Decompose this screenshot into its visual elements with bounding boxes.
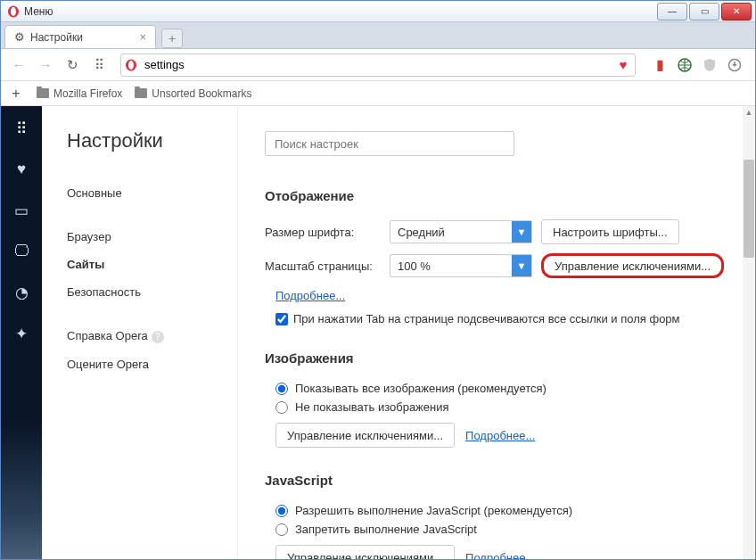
manage-exceptions-zoom-button[interactable]: Управление исключениями... [541,253,724,278]
svg-point-3 [128,61,134,70]
opera-o-icon [121,59,141,71]
customize-fonts-button[interactable]: Настроить шрифты... [541,219,679,244]
learn-more-link[interactable]: Подробнее... [275,289,345,302]
tab-title: Настройки [30,31,83,44]
page-title: Настройки [67,129,237,152]
folder-icon [135,88,147,98]
rail-speed-dial-icon[interactable]: ⠿ [12,119,31,138]
tab-close-icon[interactable]: × [139,30,146,44]
tab-settings[interactable]: ⚙ Настройки × [4,25,156,48]
section-javascript: JavaScript Разрешить выполнение JavaScri… [265,473,728,560]
bookmark-folder-unsorted[interactable]: Unsorted Bookmarks [135,87,251,100]
nav-browser[interactable]: Браузер [67,223,237,251]
nav-sites[interactable]: Сайты [67,251,237,278]
images-hide-radio[interactable] [275,401,288,414]
opera-logo-icon[interactable] [6,4,21,19]
radio-label: Не показывать изображения [295,400,449,414]
reload-button[interactable]: ↻ [62,54,83,76]
radio-label: Запретить выполнение JavaScript [295,523,477,536]
nav-basic[interactable]: Основные [67,179,237,207]
tab-highlight-label: При нажатии Tab на странице подсвечивают… [293,312,680,325]
manage-exceptions-images-button[interactable]: Управление исключениями... [275,423,455,448]
settings-content: Отображение Размер шрифта: Средний ▼ Нас… [238,106,755,560]
bookmark-label: Mozilla Firefox [53,87,122,100]
folder-icon [37,88,49,98]
radio-label: Показывать все изображения (рекомендуетс… [295,382,546,395]
font-size-select[interactable]: Средний ▼ [390,220,532,243]
section-heading: Изображения [265,350,728,366]
zoom-select[interactable]: 100 % ▼ [390,254,532,277]
window-controls: — ▭ ✕ [657,3,755,21]
gear-icon: ⚙ [14,30,25,44]
radio-label: Разрешить выполнение JavaScript (рекомен… [295,504,572,517]
speed-dial-icon[interactable]: ⠿ [88,54,110,76]
download-icon[interactable] [727,57,743,73]
new-tab-button[interactable]: + [161,29,183,48]
rail-history-icon[interactable]: ◔ [12,283,31,302]
section-images: Изображения Показывать все изображения (… [265,350,728,448]
chevron-down-icon: ▼ [512,255,531,276]
shield-icon[interactable] [702,57,718,73]
section-heading: Отображение [265,188,728,203]
back-button[interactable]: ← [8,54,29,76]
bookmark-icon[interactable]: ▮ [652,57,668,73]
chevron-down-icon: ▼ [512,221,531,243]
nav-help[interactable]: Справка Opera? [67,322,237,350]
learn-more-link[interactable]: Подробнее... [465,551,535,561]
section-heading: JavaScript [265,473,728,488]
bookmark-label: Unsorted Bookmarks [152,87,251,100]
svg-point-1 [11,7,16,16]
scroll-up-icon[interactable]: ▲ [744,106,754,119]
add-bookmark-button[interactable]: + [8,86,24,102]
manage-exceptions-js-button[interactable]: Управление исключениями... [275,545,455,560]
tab-highlight-checkbox[interactable] [275,313,288,325]
close-button[interactable]: ✕ [721,3,752,21]
main-area: ⠿ ♥ ▭ 🖵 ◔ ✦ Настройки Основные Браузер С… [1,106,755,560]
maximize-button[interactable]: ▭ [689,3,719,21]
address-input[interactable] [141,58,612,71]
bookmarks-bar: + Mozilla Firefox Unsorted Bookmarks [1,81,755,106]
zoom-label: Масштаб страницы: [265,259,390,273]
js-block-radio[interactable] [275,523,288,536]
icon-rail: ⠿ ♥ ▭ 🖵 ◔ ✦ [1,106,42,560]
learn-more-link[interactable]: Подробнее... [465,429,535,442]
scrollbar-thumb[interactable] [744,160,754,258]
help-icon: ? [152,331,164,343]
menu-label[interactable]: Меню [24,5,53,18]
minimize-button[interactable]: — [657,3,687,21]
bookmark-folder-firefox[interactable]: Mozilla Firefox [37,87,122,100]
rail-extensions-icon[interactable]: ✦ [12,324,31,343]
forward-button[interactable]: → [35,54,56,76]
search-settings-input[interactable] [265,131,514,156]
rail-devices-icon[interactable]: 🖵 [12,242,31,261]
scrollbar[interactable]: ▲ [743,106,755,560]
nav-security[interactable]: Безопасность [67,278,237,306]
images-show-radio[interactable] [275,383,288,395]
nav-rate[interactable]: Оцените Opera [67,350,237,378]
toolbar: ← → ↻ ⠿ ♥ ▮ [1,49,755,81]
font-size-label: Размер шрифта: [265,226,390,239]
rail-news-icon[interactable]: ▭ [12,201,31,220]
settings-nav: Настройки Основные Браузер Сайты Безопас… [42,106,238,560]
toolbar-right-icons: ▮ [646,57,748,73]
section-display: Отображение Размер шрифта: Средний ▼ Нас… [265,188,728,325]
window-titlebar: Меню — ▭ ✕ [1,1,755,22]
tab-strip: ⚙ Настройки × + [1,22,755,49]
js-allow-radio[interactable] [275,505,288,517]
heart-icon[interactable]: ♥ [612,57,635,72]
rail-heart-icon[interactable]: ♥ [12,160,31,179]
globe-icon[interactable] [677,57,693,73]
address-bar[interactable]: ♥ [120,54,636,77]
